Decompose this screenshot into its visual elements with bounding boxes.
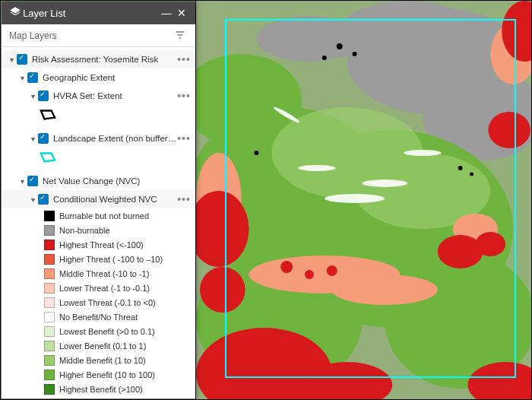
legend-item: Highest Threat (<-100) — [2, 237, 195, 252]
aoi-rectangle — [225, 19, 516, 378]
legend-label: Lower Threat (-1 to -0.1) — [59, 284, 150, 293]
layer-conditional-weighted-nvc[interactable]: ▾ Conditional Weighted NVC ••• — [2, 190, 195, 208]
legend-swatch — [44, 240, 55, 250]
legend-swatch — [44, 297, 55, 308]
legend-label: Higher Threat ( -100 to –10) — [59, 255, 163, 264]
legend-label: Higher Benefit (10 to 100) — [59, 370, 155, 379]
checkbox[interactable] — [27, 72, 38, 83]
legend-swatch — [44, 370, 55, 380]
legend-item: Non-burnable — [2, 223, 195, 237]
layer-list-panel: Layer List — ✕ Map Layers ▾ Risk Assessm… — [2, 2, 195, 398]
legend-label: Non-burnable — [59, 226, 110, 235]
legend-label: Lowest Threat (-0.1 to <0) — [59, 298, 156, 307]
chevron-down-icon[interactable]: ▾ — [27, 92, 38, 100]
checkbox[interactable] — [17, 54, 27, 65]
layer-label: Landscape Extent (non buffered) — [53, 134, 177, 143]
chevron-down-icon[interactable]: ▾ — [27, 135, 38, 143]
layer-hvra-extent[interactable]: ▾ HVRA Set: Extent ••• — [2, 87, 195, 105]
chevron-down-icon[interactable]: ▾ — [17, 177, 27, 186]
layer-root[interactable]: ▾ Risk Assessment: Yosemite Risk ••• — [2, 50, 195, 68]
layer-label: Geographic Extent — [43, 73, 191, 82]
legend-label: Highest Benefit (>100) — [59, 385, 143, 394]
legend-label: Burnable but not burned — [59, 211, 149, 221]
polygon-symbol-icon — [40, 151, 56, 164]
close-button[interactable]: ✕ — [174, 7, 189, 19]
checkbox[interactable] — [27, 176, 38, 186]
legend-item: Lowest Threat (-0.1 to <0) — [2, 295, 195, 310]
legend-swatch — [44, 268, 55, 279]
layer-label: Net Value Change (NVC) — [43, 176, 191, 186]
more-icon[interactable]: ••• — [177, 195, 191, 203]
legend: Burnable but not burnedNon-burnableHighe… — [2, 208, 195, 396]
layer-label: HVRA Set: Extent — [53, 91, 177, 100]
legend-label: Middle Benefit (1 to 10) — [59, 356, 146, 365]
legend-swatch — [44, 326, 55, 337]
checkbox[interactable] — [38, 90, 49, 101]
legend-label: Highest Threat (<-100) — [59, 240, 144, 249]
legend-label: No Benefit/No Threat — [59, 313, 138, 322]
map-canvas[interactable] — [195, 1, 531, 399]
legend-swatch — [44, 312, 55, 322]
more-icon[interactable]: ••• — [177, 92, 191, 100]
legend-swatch — [44, 355, 55, 366]
checkbox[interactable] — [38, 194, 49, 205]
checkbox[interactable] — [38, 133, 49, 144]
layer-label: Risk Assessment: Yosemite Risk — [32, 55, 177, 64]
legend-label: Lower Benefit (0.1 to 1) — [59, 341, 146, 351]
legend-item: Higher Benefit (10 to 100) — [2, 367, 195, 382]
panel-subheader: Map Layers — [2, 24, 195, 47]
legend-label: Lowest Benefit (>0 to 0.1) — [59, 327, 155, 336]
legend-swatch — [44, 211, 55, 221]
polygon-symbol-icon — [40, 108, 56, 122]
legend-label: Middle Threat (-10 to -1) — [59, 269, 149, 278]
layer-expected-weighted-nvc[interactable]: ▾ Expected Weighted NVC ••• — [2, 396, 195, 398]
legend-item: Lower Benefit (0.1 to 1) — [2, 338, 195, 353]
legend-item: Burnable but not burned — [2, 208, 195, 223]
chevron-down-icon[interactable]: ▾ — [27, 195, 38, 204]
layer-nvc[interactable]: ▾ Net Value Change (NVC) — [2, 172, 195, 190]
legend-item: Higher Threat ( -100 to –10) — [2, 252, 195, 266]
more-icon[interactable]: ••• — [177, 56, 191, 63]
panel-title: Layer List — [23, 8, 159, 19]
layer-landscape-extent[interactable]: ▾ Landscape Extent (non buffered) ••• — [2, 129, 195, 148]
chevron-down-icon[interactable]: ▾ — [6, 56, 17, 64]
legend-item: Middle Threat (-10 to -1) — [2, 266, 195, 281]
layer-geographic-extent[interactable]: ▾ Geographic Extent — [2, 68, 195, 87]
layers-icon — [8, 6, 23, 21]
layer-tree: ▾ Risk Assessment: Yosemite Risk ••• ▾ G… — [2, 47, 195, 398]
panel-header: Layer List — ✕ — [2, 2, 195, 24]
more-icon[interactable]: ••• — [177, 135, 191, 142]
filter-icon[interactable] — [174, 29, 188, 43]
legend-swatch — [44, 225, 55, 236]
subheader-label: Map Layers — [9, 30, 57, 41]
legend-item: Lower Threat (-1 to -0.1) — [2, 281, 195, 295]
legend-item: Middle Benefit (1 to 10) — [2, 353, 195, 367]
legend-swatch — [44, 254, 55, 265]
minimize-button[interactable]: — — [159, 7, 174, 19]
legend-item: Lowest Benefit (>0 to 0.1) — [2, 324, 195, 338]
legend-swatch — [44, 341, 55, 351]
legend-swatch — [44, 283, 55, 294]
legend-item: No Benefit/No Threat — [2, 310, 195, 324]
legend-swatch — [44, 384, 55, 395]
layer-label: Conditional Weighted NVC — [53, 195, 177, 204]
legend-item: Highest Benefit (>100) — [2, 382, 195, 396]
chevron-down-icon[interactable]: ▾ — [17, 74, 27, 82]
